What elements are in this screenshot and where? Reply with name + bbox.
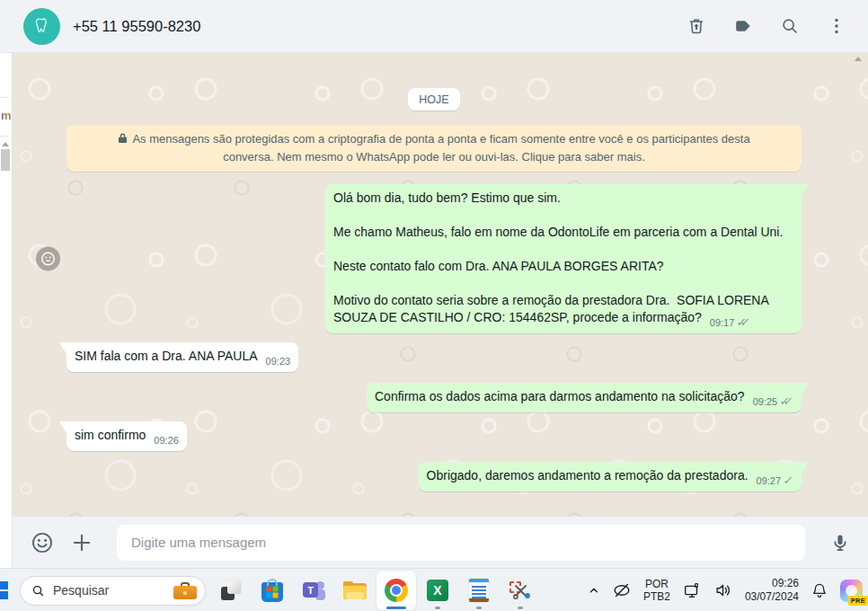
message-text: SIM fala com a Dra. ANA PAULA [75, 349, 258, 363]
onedrive-paused-button[interactable] [612, 580, 632, 600]
message-text: Obrigado, daremos andamento a remoção da… [427, 468, 748, 483]
emoji-button[interactable] [31, 531, 54, 554]
contact-avatar[interactable] [23, 8, 60, 45]
task-view-icon [221, 580, 241, 600]
outgoing-message-bubble[interactable]: Confirma os dados acima para darmos anda… [367, 383, 802, 412]
divider [0, 136, 9, 137]
message-text: Motivo do contato seria sobre a remoção … [333, 293, 772, 324]
start-button[interactable] [0, 581, 8, 599]
chat-message-area: HOJE As mensagens são protegidas com a c… [13, 53, 868, 518]
message-paragraph: Olá bom dia, tudo bem? Estimo que sim. [333, 190, 793, 207]
eye-slash-icon [612, 580, 632, 600]
microsoft-store-icon [261, 582, 283, 602]
incoming-message-bubble[interactable]: sim confirmo09:26 [66, 421, 187, 451]
message-row: Olá bom dia, tudo bem? Estimo que sim. M… [66, 184, 802, 333]
lock-icon [118, 133, 128, 144]
teams-button[interactable]: T [294, 571, 333, 610]
clock-time: 09:26 [745, 577, 799, 590]
plus-icon [70, 531, 93, 554]
tray-chevron-button[interactable] [588, 584, 600, 597]
message-text: Confirma os dados acima para darmos anda… [375, 389, 745, 403]
notepad-button[interactable] [459, 571, 499, 610]
clock-date: 03/07/2024 [745, 590, 799, 604]
date-divider: HOJE [408, 88, 459, 111]
windows-taskbar: Pesquisar T [0, 568, 868, 611]
message-row: Obrigado, daremos andamento a remoção da… [66, 462, 802, 491]
file-explorer-button[interactable] [335, 571, 375, 610]
copilot-button[interactable]: PRE [840, 580, 863, 602]
search-icon [780, 16, 800, 36]
speaker-icon [713, 580, 733, 600]
message-row: Confirma os dados acima para darmos anda… [66, 383, 802, 412]
voice-message-button[interactable] [828, 531, 852, 554]
chat-scrollbar-up-arrow-icon[interactable] [855, 57, 862, 61]
snipping-tool-button[interactable] [500, 571, 540, 610]
background-window-sliver: m [0, 53, 13, 568]
language-indicator[interactable]: PORPTB2 [643, 578, 670, 603]
chrome-button[interactable] [376, 571, 416, 610]
tooth-logo-icon [31, 14, 53, 38]
taskbar-search[interactable]: Pesquisar [20, 576, 206, 606]
incoming-message-bubble[interactable]: SIM fala com a Dra. ANA PAULA09:23 [66, 342, 298, 372]
react-button[interactable] [36, 247, 60, 271]
language-line1: POR [643, 578, 670, 590]
search-highlight-briefcase-icon[interactable] [173, 581, 197, 599]
single-check-icon: ✓ [784, 474, 793, 487]
active-app-indicator [386, 607, 406, 609]
microsoft-store-button[interactable] [252, 571, 292, 610]
encryption-notice-text: As mensagens são protegidas com a cripto… [132, 132, 749, 164]
message-meta: 09:27✓ [757, 472, 793, 490]
message-meta: 09:23 [266, 353, 291, 370]
scrollbar-thumb[interactable] [1, 149, 10, 171]
notepad-icon [469, 579, 489, 602]
taskbar-clock[interactable]: 09:2603/07/2024 [745, 577, 799, 604]
excel-button[interactable]: X [418, 571, 457, 610]
double-check-icon: ✓✓ [737, 315, 750, 329]
outgoing-message-bubble[interactable]: Obrigado, daremos andamento a remoção da… [419, 462, 802, 491]
excel-icon: X [427, 580, 448, 601]
attach-button[interactable] [70, 531, 93, 554]
task-view-button[interactable] [211, 571, 251, 610]
message-row: SIM fala com a Dra. ANA PAULA09:23 [66, 342, 802, 372]
header-actions [685, 14, 868, 38]
message-time: 09:25 [753, 396, 778, 407]
trash-up-arrow-icon [686, 16, 706, 36]
language-line2: PTB2 [643, 590, 670, 603]
encryption-notice-banner[interactable]: As mensagens são protegidas com a cripto… [66, 125, 802, 172]
search-in-chat-button[interactable] [778, 14, 802, 38]
monitor-cast-icon [682, 580, 702, 600]
background-text-fragment: m [1, 109, 12, 122]
chat-menu-button[interactable] [825, 14, 848, 38]
copilot-preview-badge: PRE [848, 596, 868, 606]
double-check-icon: ✓✓ [780, 394, 793, 408]
chevron-up-icon [588, 584, 600, 597]
contact-phone-number[interactable]: +55 11 95590-8230 [73, 18, 200, 35]
microphone-icon [829, 532, 851, 553]
message-input[interactable] [117, 525, 805, 561]
cast-screen-button[interactable] [682, 580, 702, 600]
message-text: sim confirmo [75, 428, 146, 442]
snipping-tool-icon [509, 580, 531, 601]
message-time: 09:23 [266, 356, 291, 367]
message-time: 09:17 [710, 317, 735, 328]
scrollbar-up-arrow-icon[interactable] [2, 142, 9, 146]
delete-chat-button[interactable] [685, 14, 708, 38]
running-app-indicator [476, 607, 482, 609]
message-paragraph: Motivo do contato seria sobre a remoção … [333, 292, 793, 327]
kebab-menu-icon [827, 16, 846, 36]
message-time: 09:27 [757, 475, 782, 486]
notifications-button[interactable] [810, 581, 828, 599]
volume-button[interactable] [713, 580, 733, 600]
outgoing-message-bubble[interactable]: Olá bom dia, tudo bem? Estimo que sim. M… [325, 184, 802, 333]
whatsapp-desktop-screen: m +55 11 95590-8230 [0, 0, 868, 611]
smiley-icon [40, 252, 56, 267]
chrome-icon [385, 579, 408, 602]
emoji-smiley-icon [31, 531, 54, 554]
label-chat-button[interactable] [731, 14, 755, 38]
message-composer-bar [13, 517, 868, 568]
message-time: 09:26 [154, 435, 179, 446]
message-row: sim confirmo09:26 [66, 421, 802, 451]
message-meta: 09:26 [154, 432, 179, 449]
divider [0, 97, 9, 98]
teams-icon: T [303, 580, 324, 601]
